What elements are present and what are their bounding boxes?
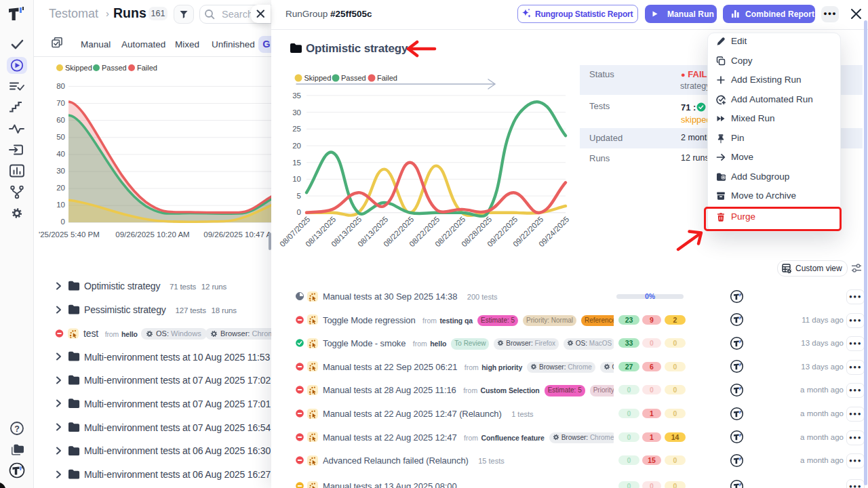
svg-text:20: 20 — [56, 184, 65, 192]
svg-text:40: 40 — [56, 150, 65, 158]
svg-text:80: 80 — [56, 82, 65, 90]
svg-text:10: 10 — [56, 201, 65, 209]
svg-text:'25/2025 5:40 PM: '25/2025 5:40 PM — [39, 230, 100, 239]
svg-text:30: 30 — [292, 108, 301, 117]
svg-text:35: 35 — [292, 92, 301, 100]
svg-text:0: 0 — [61, 218, 65, 226]
svg-text:Passed: Passed — [102, 64, 127, 72]
svg-text:Failed: Failed — [377, 74, 397, 82]
svg-text:30: 30 — [56, 167, 65, 175]
svg-text:09/26/2025 10:20 AM: 09/26/2025 10:20 AM — [115, 230, 189, 239]
svg-text:10: 10 — [292, 175, 301, 183]
svg-text:60: 60 — [56, 116, 65, 124]
svg-text:09/26/2025 10:47 AM: 09/26/2025 10:47 AM — [203, 230, 271, 239]
svg-text:15: 15 — [292, 159, 301, 167]
svg-text:70: 70 — [56, 99, 65, 107]
svg-text:Failed: Failed — [137, 64, 157, 72]
svg-text:25: 25 — [292, 125, 301, 133]
svg-text:Skipped: Skipped — [304, 74, 332, 82]
svg-text:Passed: Passed — [341, 74, 366, 82]
svg-text:20: 20 — [292, 142, 301, 150]
svg-text:Skipped: Skipped — [65, 64, 92, 72]
svg-text:0: 0 — [297, 208, 301, 216]
svg-text:5: 5 — [297, 192, 301, 200]
svg-text:50: 50 — [56, 133, 65, 141]
